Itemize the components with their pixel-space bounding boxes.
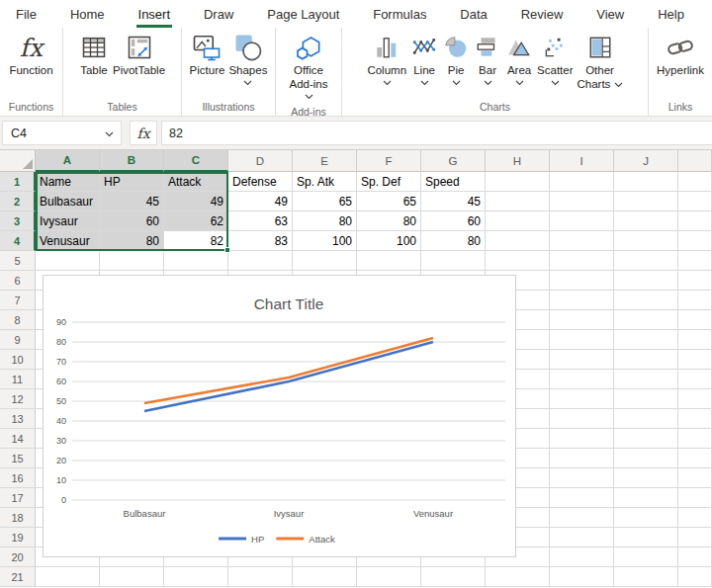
cell-E3[interactable]: 80 xyxy=(293,211,357,231)
cell-I17[interactable] xyxy=(550,488,614,508)
insert-function-button[interactable]: fx xyxy=(130,121,157,145)
cell-J13[interactable] xyxy=(614,409,678,429)
row-header-21[interactable]: 21 xyxy=(0,567,36,587)
cell-J3[interactable] xyxy=(614,211,678,231)
cell-B4[interactable]: 80 xyxy=(100,231,164,251)
cell-C3[interactable]: 62 xyxy=(164,211,228,231)
scatter-button[interactable]: Scatter xyxy=(535,30,575,89)
cell-F2[interactable]: 65 xyxy=(357,192,421,211)
column-header-A[interactable]: A xyxy=(36,150,100,172)
cell-B1[interactable]: HP xyxy=(100,172,164,192)
cell-I12[interactable] xyxy=(550,389,614,409)
line-button[interactable]: Line xyxy=(408,30,440,89)
cell-H1[interactable] xyxy=(486,172,550,192)
column-button[interactable]: Column xyxy=(365,30,408,89)
column-header-E[interactable]: E xyxy=(293,150,357,172)
cell-B2[interactable]: 45 xyxy=(100,192,164,211)
cell-I8[interactable] xyxy=(550,310,614,330)
tab-data[interactable]: Data xyxy=(458,3,489,28)
cell-partial-19[interactable] xyxy=(678,528,712,547)
cell-G21[interactable] xyxy=(421,567,486,587)
column-header-H[interactable]: H xyxy=(486,150,550,172)
cell-G1[interactable]: Speed xyxy=(421,172,486,192)
cell-F3[interactable]: 80 xyxy=(357,211,421,231)
cell-H21[interactable] xyxy=(486,567,550,587)
column-header-I[interactable]: I xyxy=(550,150,614,172)
row-header-11[interactable]: 11 xyxy=(0,370,36,389)
shapes-button[interactable]: Shapes xyxy=(226,30,269,89)
cell-J4[interactable] xyxy=(614,231,678,251)
cell-partial-4[interactable] xyxy=(678,231,712,251)
cell-E21[interactable] xyxy=(293,567,357,587)
cell-J15[interactable] xyxy=(614,449,678,468)
cell-D4[interactable]: 83 xyxy=(228,231,293,251)
cell-partial-14[interactable] xyxy=(678,429,712,449)
row-header-8[interactable]: 8 xyxy=(0,310,36,330)
pivottable-button[interactable]: PivotTable xyxy=(111,30,167,79)
cell-partial-10[interactable] xyxy=(678,350,712,370)
row-header-6[interactable]: 6 xyxy=(0,271,36,291)
cell-partial-5[interactable] xyxy=(678,251,712,271)
chevron-down-icon[interactable] xyxy=(105,126,114,140)
column-header-D[interactable]: D xyxy=(228,150,293,172)
cell-J14[interactable] xyxy=(614,429,678,449)
cell-A2[interactable]: Bulbasaur xyxy=(36,192,100,211)
cell-F5[interactable] xyxy=(357,251,421,271)
cell-J17[interactable] xyxy=(614,488,678,508)
row-header-14[interactable]: 14 xyxy=(0,429,36,449)
cell-C5[interactable] xyxy=(164,251,228,271)
cell-D1[interactable]: Defense xyxy=(228,172,293,192)
cell-H2[interactable] xyxy=(486,192,550,211)
tab-file[interactable]: File xyxy=(14,3,39,28)
cell-A21[interactable] xyxy=(36,567,100,587)
cell-F21[interactable] xyxy=(357,567,421,587)
cell-J6[interactable] xyxy=(614,271,678,291)
cell-E5[interactable] xyxy=(293,251,357,271)
cell-G2[interactable]: 45 xyxy=(421,192,486,211)
cell-H4[interactable] xyxy=(486,231,550,251)
cell-D2[interactable]: 49 xyxy=(228,192,293,211)
column-header-J[interactable]: J xyxy=(614,150,678,172)
cell-J20[interactable] xyxy=(614,547,678,567)
row-header-17[interactable]: 17 xyxy=(0,488,36,508)
cell-C2[interactable]: 49 xyxy=(164,192,228,211)
cell-I1[interactable] xyxy=(550,172,614,192)
cell-D3[interactable]: 63 xyxy=(228,211,293,231)
row-header-1[interactable]: 1 xyxy=(0,172,36,192)
cell-I21[interactable] xyxy=(550,567,614,587)
cell-J5[interactable] xyxy=(614,251,678,271)
row-header-7[interactable]: 7 xyxy=(0,291,36,310)
cell-partial-7[interactable] xyxy=(678,291,712,310)
other-charts-button[interactable]: OtherCharts xyxy=(576,30,625,93)
formula-input[interactable]: 82 xyxy=(161,121,712,145)
cell-I11[interactable] xyxy=(550,370,614,389)
column-header-B[interactable]: B xyxy=(100,150,164,172)
cell-partial-20[interactable] xyxy=(678,547,712,567)
cell-J18[interactable] xyxy=(614,508,678,528)
cell-J7[interactable] xyxy=(614,291,678,310)
cell-J10[interactable] xyxy=(614,350,678,370)
cell-partial-2[interactable] xyxy=(678,192,712,211)
cell-partial-21[interactable] xyxy=(678,567,712,587)
cell-I20[interactable] xyxy=(550,547,614,567)
cell-I15[interactable] xyxy=(550,449,614,468)
office-add-ins-button[interactable]: OfficeAdd-ins xyxy=(288,30,330,103)
tab-draw[interactable]: Draw xyxy=(202,3,235,28)
cell-D5[interactable] xyxy=(228,251,293,271)
bar-button[interactable]: Bar xyxy=(472,30,503,89)
cell-A5[interactable] xyxy=(36,251,100,271)
cell-C1[interactable]: Attack xyxy=(164,172,228,192)
row-header-18[interactable]: 18 xyxy=(0,508,36,528)
cell-G5[interactable] xyxy=(421,251,486,271)
cell-A3[interactable]: Ivysaur xyxy=(36,211,100,231)
row-header-4[interactable]: 4 xyxy=(0,231,36,251)
cell-H3[interactable] xyxy=(486,211,550,231)
tab-formulas[interactable]: Formulas xyxy=(371,3,428,28)
cell-A1[interactable]: Name xyxy=(36,172,100,192)
cell-I9[interactable] xyxy=(550,330,614,350)
cell-partial-16[interactable] xyxy=(678,468,712,488)
cell-J16[interactable] xyxy=(614,468,678,488)
cell-I6[interactable] xyxy=(550,271,614,291)
cell-J8[interactable] xyxy=(614,310,678,330)
cell-F1[interactable]: Sp. Def xyxy=(357,172,421,192)
